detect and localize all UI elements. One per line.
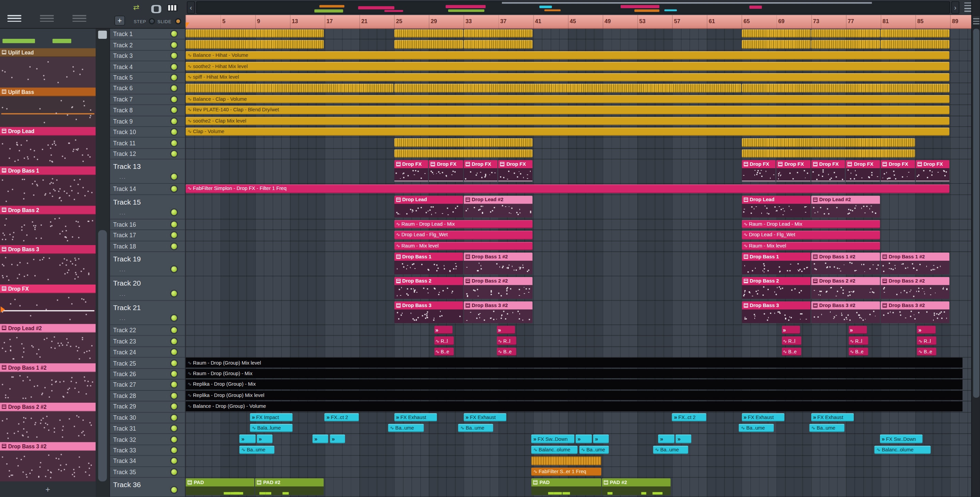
clip-drop-bass-3-2[interactable]: Drop Bass 3 #2 <box>463 301 532 323</box>
track-led[interactable] <box>171 64 177 69</box>
mini-clip[interactable]: » <box>593 435 609 443</box>
clip-raum-mix-level[interactable]: ∿Raum - Mix level <box>741 242 880 250</box>
playlist-lane[interactable]: ∿Raum - Drop (Group) Mix level <box>186 358 972 369</box>
swap-arrows-icon[interactable]: ⇄ <box>133 3 139 12</box>
pattern-clip[interactable] <box>394 139 533 147</box>
track-name-row[interactable]: Track 24 <box>110 347 185 358</box>
clip-drop-bass-2[interactable]: Drop Bass 2 <box>394 277 463 299</box>
horizontal-scroll-thumb[interactable] <box>502 2 872 4</box>
clip-drop-lead-flg-wet[interactable]: ∿Drop Lead - Flg_Wet <box>394 231 533 239</box>
track-led[interactable] <box>171 487 177 493</box>
playlist-lane[interactable] <box>186 29 972 40</box>
clip-balance-clap-volume[interactable]: ∿Balance - Clap - Volume <box>186 95 950 103</box>
playlist-overview-bar[interactable] <box>196 2 950 14</box>
playlist-grid[interactable]: ∿Balance - Hihat - Volume∿soothe2 - Hiha… <box>186 29 972 497</box>
track-led[interactable] <box>171 436 177 442</box>
track-name-row[interactable]: Track 9 <box>110 116 185 127</box>
track-name-row[interactable]: Track 4 <box>110 62 185 73</box>
clip-fabfilter-s-er-1-freq[interactable]: ∿FabFilter S..er 1 Freq <box>531 467 601 476</box>
mini-clip[interactable]: » <box>675 435 692 443</box>
playlist-lane[interactable]: ∿Drop Lead - Flg_Wet∿Drop Lead - Flg_Wet <box>186 230 972 241</box>
link-icon[interactable] <box>151 5 161 11</box>
playlist-lane[interactable]: ∿soothe2 - Clap Mix level <box>186 116 972 127</box>
clip-drop-bass-3-2[interactable]: Drop Bass 3 #2 <box>881 301 950 323</box>
pattern-header[interactable]: Drop Bass 3 #2 <box>0 442 95 451</box>
pattern-clip[interactable] <box>741 29 810 38</box>
pattern-clip[interactable] <box>186 29 324 38</box>
pattern-item-drop-lead-2[interactable]: Drop Lead #2 <box>0 324 95 363</box>
clip-drop-lead-flg-wet[interactable]: ∿Drop Lead - Flg_Wet <box>741 231 880 239</box>
clip-b-e[interactable]: ∿B..e <box>848 347 868 356</box>
track-led[interactable] <box>171 425 177 431</box>
pattern-clip[interactable] <box>186 84 394 92</box>
clip-drop-lead[interactable]: Drop Lead <box>394 195 463 217</box>
playlist-lane[interactable]: Drop LeadDrop Lead #2Drop LeadDrop Lead … <box>186 195 972 219</box>
playlist-lane[interactable]: Drop Bass 1Drop Bass 1 #2Drop Bass 1Drop… <box>186 252 972 276</box>
playlist-lane[interactable]: »»»»» <box>186 325 972 336</box>
pattern-item-drop-bass-2-2[interactable]: Drop Bass 2 #2 <box>0 403 95 442</box>
track-led[interactable] <box>171 349 177 355</box>
clip-fabfilter-simplon-drop-fx-filter-1-freq[interactable]: ∿FabFilter Simplon - Drop FX - Filter 1 … <box>186 185 950 193</box>
clip-b-e[interactable]: ∿B..e <box>917 347 937 356</box>
mini-clip[interactable]: » <box>848 326 867 334</box>
clip-fx-sw-down[interactable]: »FX Sw..Down <box>880 435 923 443</box>
playlist-lane[interactable] <box>186 456 972 467</box>
pattern-item-uplif-bass[interactable]: Uplif Bass <box>0 88 95 127</box>
track-name-row[interactable]: Track 10 <box>110 127 185 138</box>
clip-drop-bass-1-2[interactable]: Drop Bass 1 #2 <box>811 253 880 274</box>
piano-keys-icon[interactable] <box>167 5 177 11</box>
track-name-row[interactable]: Track 8 <box>110 105 185 116</box>
clip-b-e[interactable]: ∿B..e <box>782 347 801 356</box>
track-name-row[interactable]: Track 18 <box>110 241 185 252</box>
playlist-lane[interactable]: ∿Balance - Drop (Group) - Volume <box>186 401 972 412</box>
track-name-row[interactable]: Track 3 <box>110 51 185 62</box>
add-track-button[interactable]: + <box>115 16 125 25</box>
track-led[interactable] <box>171 174 177 180</box>
track-led[interactable] <box>171 42 177 48</box>
pattern-item-drop-fx[interactable]: Drop FX <box>0 285 95 324</box>
track-led[interactable] <box>171 96 177 102</box>
pattern-clip[interactable] <box>881 40 950 49</box>
pattern-header[interactable]: Drop Bass 1 #2 <box>0 363 95 372</box>
pattern-header[interactable]: Uplif Lead <box>0 48 95 57</box>
sidebar-scroll-thumb[interactable] <box>98 230 107 481</box>
playlist-lane[interactable]: ∿Bala..lume∿Ba..ume∿Ba..ume∿Ba..ume∿Ba..… <box>186 423 972 434</box>
track-led[interactable] <box>171 469 177 475</box>
clip-ba-ume[interactable]: ∿Ba..ume <box>240 446 275 454</box>
clip-fx-sw-down[interactable]: »FX Sw..Down <box>531 435 574 443</box>
scroll-right-button[interactable]: › <box>951 2 959 14</box>
track-led[interactable] <box>171 118 177 124</box>
clip-fx-exhaust[interactable]: »FX Exhaust <box>741 413 784 421</box>
clip-raum-drop-lead-mix[interactable]: ∿Raum - Drop Lead - Mix <box>741 220 880 228</box>
clip-balanc-olume[interactable]: ∿Balanc..olume <box>875 446 930 454</box>
track-name-row[interactable]: Track 30 <box>110 412 185 423</box>
step-toggle[interactable] <box>149 18 155 24</box>
mini-clip[interactable]: » <box>330 435 345 443</box>
clip-drop-fx[interactable]: Drop FX <box>394 160 428 182</box>
mini-clip[interactable]: » <box>257 435 273 443</box>
track-led[interactable] <box>171 53 177 59</box>
track-name-row[interactable]: Track 32 <box>110 434 185 445</box>
clip-drop-fx[interactable]: Drop FX <box>429 160 463 182</box>
sidebar-scroll-button[interactable] <box>98 31 107 39</box>
clip-balance-hihat-volume[interactable]: ∿Balance - Hihat - Volume <box>186 51 950 60</box>
playlist-lane[interactable]: ∿spiff - Hihat Mix level <box>186 73 972 83</box>
mini-clip[interactable]: » <box>434 326 453 334</box>
clip-fx-exhaust[interactable]: »FX Exhaust <box>811 413 854 421</box>
playlist-lane[interactable]: ∿soothe2 - Hihat Mix level <box>186 62 972 73</box>
playlist-lane[interactable]: ∿Balance - Clap - Volume <box>186 94 972 105</box>
clip-pad-2[interactable]: PAD #2 <box>601 478 670 495</box>
pattern-item-uplif-lead[interactable]: Uplif Lead <box>0 48 95 88</box>
mini-clip[interactable]: » <box>917 326 935 334</box>
pattern-item[interactable] <box>0 29 95 48</box>
clip-replika-drop-group-mix[interactable]: ∿Replika - Drop (Group) - Mix <box>186 379 963 389</box>
clip-drop-fx[interactable]: Drop FX <box>881 160 915 182</box>
clip-balanc-olume[interactable]: ∿Balanc..olume <box>531 446 578 454</box>
playlist-lane[interactable]: ∿Rev PLATE-140 - Clap - Blend Dry/wet <box>186 105 972 116</box>
clip-bala-lume[interactable]: ∿Bala..lume <box>250 424 293 432</box>
playlist-lane[interactable]: Drop Bass 2Drop Bass 2 #2Drop Bass 2Drop… <box>186 276 972 301</box>
playlist-lane[interactable]: »»»»»FX Sw..Down»»»»»FX Sw..Down <box>186 434 972 445</box>
track-led[interactable] <box>171 186 177 192</box>
track-led[interactable] <box>171 447 177 453</box>
track-name-row[interactable]: Track 16 <box>110 219 185 230</box>
